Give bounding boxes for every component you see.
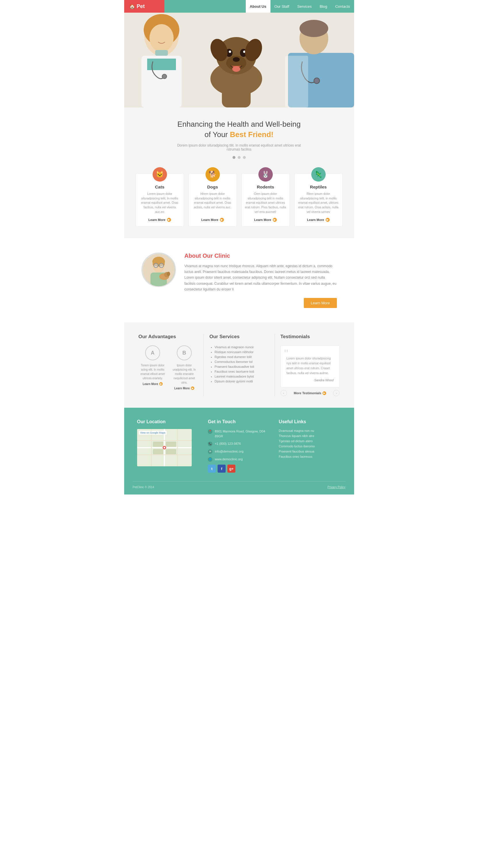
more-testimonials-button[interactable]: More Testimonials ▶ [294,391,326,395]
testimonial-author: Sandra Wood [287,378,334,383]
contact-website[interactable]: 🌐 www.democlinic.org [208,457,270,462]
nav-services[interactable]: Services [293,0,316,13]
testimonial-prev-button[interactable]: ‹ [280,390,287,396]
dot-1[interactable] [233,156,235,159]
location-icon: 📍 [208,429,212,434]
rodents-icon-wrap: 🐰 [259,167,273,182]
dogs-arrow-icon: ▶ [220,218,224,222]
gplus-button[interactable]: g+ [227,465,235,473]
useful-link-6[interactable]: Faucibus onec laoreuus [279,455,341,458]
dogs-icon-wrap: 🐕 [206,167,220,182]
svg-point-11 [314,78,320,84]
map-placeholder[interactable]: View on Google Maps [137,429,192,466]
tagline-highlight: Best Friend! [230,130,274,139]
cats-icon-wrap: 🐱 [153,167,167,182]
svg-rect-5 [147,59,176,70]
cats-arrow-icon: ▶ [167,218,171,222]
about-text: About Our Clinic Vivamus at magna non nu… [184,253,337,308]
advantages-column: Our Advantages A Torem ipsum dolor scing… [133,334,204,396]
svg-point-3 [149,24,174,52]
footer-location-title: Our Location [137,419,200,424]
list-item: Praesent faucibusuadive toli [215,365,269,368]
tagline-subtitle: Dorem ipsum dolor situradpiscing tllit. … [173,143,305,151]
contact-address: 📍 8901 Marmora Road, Glasgow, D04 89GR [208,429,270,438]
cats-icon: 🐱 [153,167,167,182]
list-item: Faucibus onec laortuere koli [215,370,269,373]
reptiles-icon-wrap: 🦎 [311,167,326,182]
dogs-title: Dogs [207,184,218,189]
about-clinic-image [142,253,176,287]
about-title: About Our Clinic [184,253,337,259]
advantage-a-learn-more[interactable]: Learn More ▶ [143,382,163,385]
svg-point-10 [299,20,328,37]
globe-icon: 🌐 [208,457,212,462]
service-card-rodents: 🐰 Rodents Oem ipsum dolor situradpiscing… [241,173,290,227]
about-section: About Our Clinic Vivamus at magna non nu… [124,238,354,323]
svg-point-48 [163,447,165,448]
reptiles-desc: Rlem ipsum dolor situradpiscing telit. i… [295,192,342,214]
our-services-title: Our Services [210,334,269,340]
dot-2[interactable] [238,156,241,159]
footer-contact: Get in Touch 📍 8901 Marmora Road, Glasgo… [204,419,274,473]
social-icons: t f g+ [208,465,270,473]
useful-link-1[interactable]: Dvamusat magna non nu [279,429,341,432]
svg-rect-44 [166,442,176,447]
tagline-section: Enhancing the Health and Well-being of Y… [124,107,354,165]
about-learn-more-button[interactable]: Learn More [304,298,336,308]
twitter-button[interactable]: t [208,465,216,473]
privacy-policy-link[interactable]: Privacy Policy [327,486,345,489]
svg-point-16 [233,57,240,62]
useful-links-list: Dvamusat magna non nu Thoncus liquam nib… [279,429,341,458]
rodents-arrow-icon: ▶ [273,218,277,222]
nav-about-us[interactable]: About Us [246,0,270,13]
list-item: Ristique noncusam nibholor [215,350,269,354]
about-desc: Vivamus at magna non nunc tristique rhon… [184,263,337,292]
advantage-a-desc: Torem ipsum dolor scing elit. In mollis … [139,363,167,380]
nav-our-staff[interactable]: Our Staff [270,0,294,13]
advantage-a: A Torem ipsum dolor scing elit. In molli… [139,345,167,390]
useful-link-2[interactable]: Thoncus liquam nibh atre [279,434,341,438]
home-icon: 🏠 [129,4,135,9]
nav-blog[interactable]: Blog [316,0,331,13]
advantage-b-arrow-icon: ▶ [191,386,194,390]
cats-learn-more[interactable]: Learn More ▶ [148,218,171,222]
advantage-b: B Ipsum dolor uradpiscing elit. In molli… [171,345,198,390]
services-section: 🐱 Cats Lorem ipsum dolor situradpiscing … [124,165,354,238]
slider-dots [130,156,348,159]
advantage-b-learn-more[interactable]: Learn More ▶ [174,386,194,390]
copyright-text: PetClinic © 2014 [133,486,154,489]
footer-location: Our Location [133,419,204,473]
map-image: View on Google Maps [137,429,192,466]
dot-3[interactable] [243,156,246,159]
advantage-a-circle: A [145,345,160,360]
svg-rect-45 [153,449,163,454]
map-view-label[interactable]: View on Google Maps [139,431,167,435]
useful-link-3[interactable]: Tgestas od dictum atero [279,439,341,443]
mid-section: Our Advantages A Torem ipsum dolor scing… [124,322,354,408]
testimonial-next-button[interactable]: › [333,390,339,396]
nav-contacts[interactable]: Contacts [331,0,354,13]
logo[interactable]: 🏠 PetClinic [124,0,165,13]
svg-rect-12 [285,56,308,107]
site-footer: Our Location [124,408,354,494]
svg-point-35 [167,272,170,276]
hero-banner [124,13,354,107]
svg-rect-7 [155,50,168,56]
reptiles-learn-more[interactable]: Learn More ▶ [307,218,329,222]
rodents-learn-more[interactable]: Learn More ▶ [254,218,276,222]
testimonial-text: Lorem ipsum dolor situradpiscing nys tel… [287,350,334,375]
advantage-a-arrow-icon: ▶ [159,382,163,385]
useful-link-4[interactable]: Commodo luctus iberomo [279,444,341,448]
useful-link-5[interactable]: Praesent faucibus alesua [279,450,341,453]
quote-icon: " [284,348,288,360]
rodents-desc: Oem ipsum dolor situradpiscing telit in … [242,192,290,214]
advantages-grid: A Torem ipsum dolor scing elit. In molli… [139,345,198,390]
list-item: Vivamus at magnaon nunce [215,345,269,349]
svg-point-30 [159,263,163,268]
advantages-title: Our Advantages [139,334,198,340]
svg-point-23 [232,66,240,72]
facebook-button[interactable]: f [217,465,226,473]
contact-email[interactable]: ✉ info@democlinic.org [208,449,270,454]
dogs-learn-more[interactable]: Learn More ▶ [201,218,223,222]
our-services-list: Vivamus at magnaon nunce Ristique noncus… [210,345,269,383]
